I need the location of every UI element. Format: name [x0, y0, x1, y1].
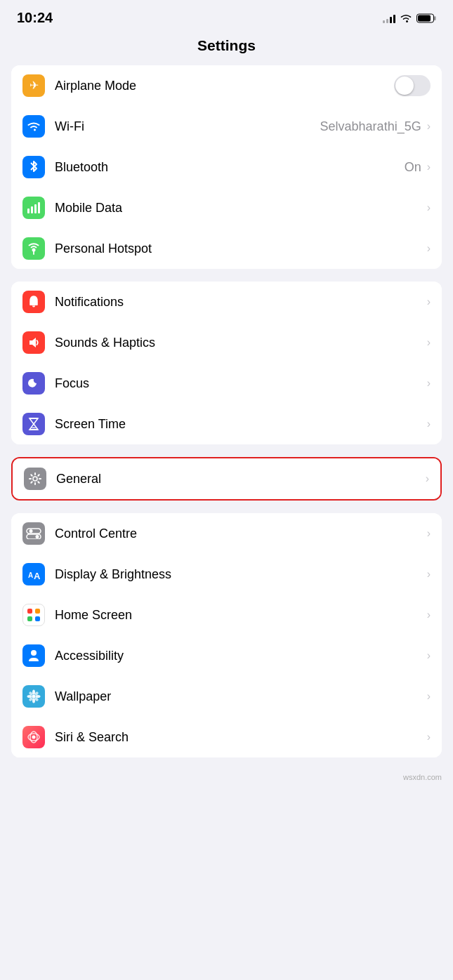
mobile-data-chevron: ›: [427, 201, 431, 214]
accessibility-chevron: ›: [427, 649, 431, 662]
display-brightness-label: Display & Brightness: [55, 567, 426, 582]
bluetooth-label: Bluetooth: [55, 160, 405, 175]
mobile-data-label: Mobile Data: [55, 201, 426, 216]
airplane-mode-toggle[interactable]: [394, 75, 431, 96]
wallpaper-chevron: ›: [427, 690, 431, 703]
settings-row-notifications[interactable]: Notifications ›: [11, 282, 442, 322]
display-brightness-chevron: ›: [427, 568, 431, 581]
svg-rect-22: [35, 616, 40, 621]
settings-group-system3: Control Centre › AA Display & Brightness…: [11, 513, 442, 757]
wifi-icon: [400, 13, 412, 23]
settings-row-display-brightness[interactable]: AA Display & Brightness ›: [11, 554, 442, 595]
svg-text:A: A: [28, 571, 33, 579]
svg-text:✈: ✈: [29, 79, 39, 91]
sounds-label: Sounds & Haptics: [55, 336, 426, 350]
settings-row-general[interactable]: General ›: [13, 458, 440, 499]
settings-row-control-centre[interactable]: Control Centre ›: [11, 513, 442, 554]
airplane-mode-label: Airplane Mode: [55, 79, 394, 93]
bluetooth-chevron: ›: [427, 161, 431, 173]
notifications-icon: [22, 291, 45, 313]
svg-rect-1: [434, 16, 436, 20]
settings-group-connectivity: ✈ Airplane Mode Wi-Fi Selvabharathi_5G› …: [11, 65, 442, 269]
accessibility-icon: [22, 644, 45, 667]
home-screen-icon: [22, 604, 45, 626]
general-chevron: ›: [426, 472, 429, 485]
watermark: wsxdn.com: [0, 770, 453, 787]
focus-chevron: ›: [427, 377, 431, 390]
wallpaper-icon: [22, 685, 45, 708]
page-title-bar: Settings: [0, 32, 453, 65]
svg-rect-20: [35, 609, 40, 614]
svg-rect-2: [418, 15, 431, 21]
status-bar: 10:24: [0, 0, 453, 32]
svg-rect-13: [27, 529, 41, 534]
svg-point-35: [32, 736, 36, 739]
svg-rect-6: [34, 204, 37, 213]
svg-point-16: [36, 535, 39, 538]
svg-rect-19: [27, 609, 32, 614]
settings-group-system2: General ›: [11, 457, 442, 501]
home-screen-label: Home Screen: [55, 608, 426, 623]
notifications-chevron: ›: [427, 296, 431, 308]
svg-point-15: [29, 529, 33, 533]
svg-point-25: [32, 690, 35, 695]
airplane-mode-icon: ✈: [22, 74, 45, 97]
sounds-chevron: ›: [427, 336, 431, 349]
svg-point-28: [36, 695, 41, 698]
svg-point-12: [33, 477, 37, 481]
settings-row-airplane-mode[interactable]: ✈ Airplane Mode: [11, 65, 442, 106]
settings-row-wallpaper[interactable]: Wallpaper ›: [11, 676, 442, 717]
personal-hotspot-chevron: ›: [427, 242, 431, 255]
bluetooth-icon: [22, 156, 45, 178]
settings-row-home-screen[interactable]: Home Screen ›: [11, 595, 442, 635]
siri-search-label: Siri & Search: [55, 730, 426, 745]
wifi-chevron: ›: [427, 120, 431, 133]
screen-time-label: Screen Time: [55, 417, 426, 432]
settings-container: ✈ Airplane Mode Wi-Fi Selvabharathi_5G› …: [0, 65, 453, 757]
settings-row-focus[interactable]: Focus ›: [11, 363, 442, 404]
siri-search-icon: [22, 726, 45, 748]
wifi-icon: [22, 115, 45, 138]
wallpaper-label: Wallpaper: [55, 689, 426, 704]
notifications-label: Notifications: [55, 295, 426, 310]
svg-text:A: A: [34, 571, 41, 581]
wifi-value: Selvabharathi_5G: [320, 119, 421, 134]
settings-row-wifi[interactable]: Wi-Fi Selvabharathi_5G›: [11, 106, 442, 147]
personal-hotspot-label: Personal Hotspot: [55, 241, 426, 256]
signal-icon: [383, 13, 395, 23]
svg-rect-5: [31, 206, 33, 213]
wifi-label: Wi-Fi: [55, 119, 320, 134]
sounds-icon: [22, 331, 45, 354]
page-title: Settings: [0, 37, 453, 54]
settings-row-personal-hotspot[interactable]: Personal Hotspot ›: [11, 228, 442, 269]
siri-search-chevron: ›: [427, 731, 431, 743]
settings-row-bluetooth[interactable]: Bluetooth On›: [11, 147, 442, 187]
settings-group-system1: Notifications › Sounds & Haptics › Focus…: [11, 282, 442, 444]
status-icons: [383, 13, 436, 23]
accessibility-label: Accessibility: [55, 649, 426, 663]
battery-icon: [416, 13, 436, 23]
svg-point-26: [32, 698, 35, 703]
control-centre-label: Control Centre: [55, 527, 426, 541]
mobile-data-icon: [22, 197, 45, 219]
control-centre-icon: [22, 522, 45, 545]
control-centre-chevron: ›: [427, 527, 431, 540]
settings-row-mobile-data[interactable]: Mobile Data ›: [11, 187, 442, 228]
svg-rect-21: [27, 616, 32, 621]
svg-point-27: [27, 695, 32, 698]
focus-icon: [22, 372, 45, 395]
settings-row-sounds[interactable]: Sounds & Haptics ›: [11, 322, 442, 363]
settings-row-accessibility[interactable]: Accessibility ›: [11, 635, 442, 676]
general-label: General: [56, 472, 424, 486]
svg-point-23: [31, 650, 37, 656]
svg-point-24: [32, 695, 36, 698]
screen-time-icon: [22, 413, 45, 435]
svg-rect-7: [38, 202, 40, 213]
settings-row-screen-time[interactable]: Screen Time ›: [11, 404, 442, 444]
home-screen-chevron: ›: [427, 609, 431, 621]
personal-hotspot-icon: [22, 237, 45, 260]
status-time: 10:24: [17, 10, 53, 26]
svg-rect-4: [27, 208, 29, 213]
screen-time-chevron: ›: [427, 418, 431, 430]
settings-row-siri-search[interactable]: Siri & Search ›: [11, 717, 442, 757]
